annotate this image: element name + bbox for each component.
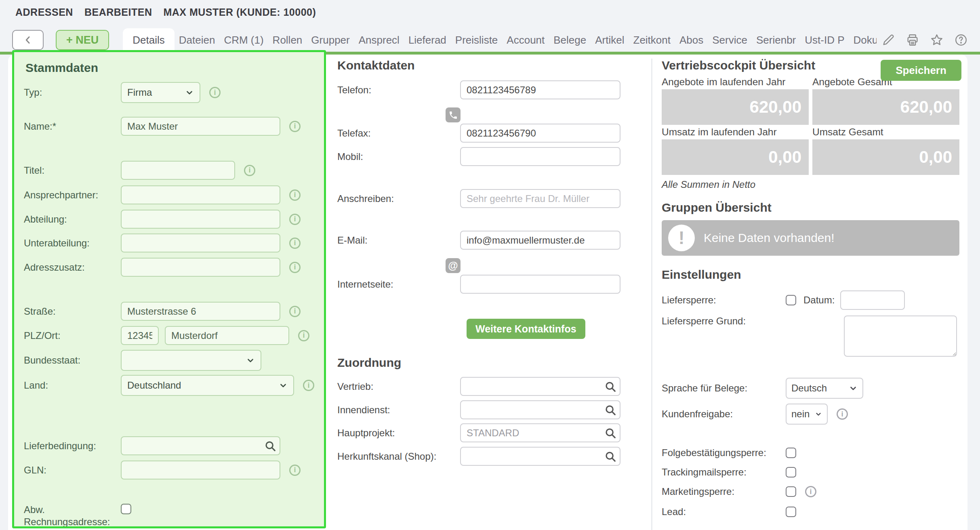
- tab-serienbrief[interactable]: Serienbr: [752, 28, 800, 52]
- search-icon[interactable]: [264, 440, 276, 452]
- stat-label: Angebote im laufenden Jahr: [662, 76, 809, 89]
- tab-ustid[interactable]: Ust-ID P: [800, 28, 849, 52]
- email-input[interactable]: [460, 231, 620, 250]
- search-icon[interactable]: [604, 404, 616, 416]
- tab-ansprechpartner[interactable]: Ansprecl: [354, 28, 404, 52]
- anschreiben-input[interactable]: [460, 189, 620, 208]
- tab-abos[interactable]: Abos: [675, 28, 708, 52]
- lieferbedingung-input[interactable]: [121, 436, 280, 455]
- info-icon[interactable]: i: [244, 165, 255, 176]
- land-label: Land:: [24, 379, 121, 391]
- breadcrumb-adressen[interactable]: ADRESSEN: [15, 6, 73, 18]
- vertriebscockpit-column: Speichern Vertriebscockpit Übersicht Ang…: [662, 55, 963, 517]
- info-icon[interactable]: i: [289, 238, 301, 249]
- lead-checkbox[interactable]: [786, 507, 796, 517]
- info-icon[interactable]: i: [209, 87, 221, 98]
- telefon-label: Telefon:: [337, 84, 460, 96]
- tab-artikel[interactable]: Artikel: [591, 28, 629, 52]
- info-icon[interactable]: i: [289, 306, 301, 317]
- sprache-select[interactable]: Deutsch: [786, 378, 863, 399]
- tab-gruppen[interactable]: Grupper: [307, 28, 354, 52]
- titel-input[interactable]: [121, 161, 235, 180]
- innendienst-label: Innendienst:: [337, 404, 460, 416]
- search-icon[interactable]: [604, 450, 616, 463]
- stammdaten-panel: Stammdaten Typ: Firma i Name:* i Titel: …: [12, 50, 326, 528]
- gln-input[interactable]: [121, 461, 280, 480]
- tab-crm[interactable]: CRM (1): [219, 28, 268, 52]
- lieferbedingung-label: Lieferbedingung:: [24, 440, 121, 452]
- stammdaten-title: Stammdaten: [25, 61, 314, 75]
- sales-stats: Angebote im laufenden Jahr Angebote Gesa…: [662, 76, 963, 175]
- trackingmailsperre-checkbox[interactable]: [786, 467, 796, 477]
- tab-account[interactable]: Account: [502, 28, 549, 52]
- ansprechpartner-input[interactable]: [121, 185, 280, 204]
- datum-input[interactable]: [840, 290, 905, 310]
- typ-label: Typ:: [24, 86, 121, 99]
- search-icon[interactable]: [604, 381, 616, 393]
- toolbar: + NEU Details Dateien CRM (1) Rollen Gru…: [12, 28, 968, 52]
- tab-details[interactable]: Details: [123, 28, 174, 52]
- herkunftskanal-input[interactable]: [460, 447, 620, 466]
- save-button[interactable]: Speichern: [881, 60, 961, 81]
- vertrieb-input[interactable]: [460, 377, 620, 396]
- plz-input[interactable]: [121, 326, 159, 345]
- info-icon[interactable]: i: [289, 214, 301, 225]
- help-icon[interactable]: [954, 33, 968, 47]
- strasse-label: Straße:: [24, 305, 121, 318]
- tab-lieferadressen[interactable]: Lieferad: [404, 28, 451, 52]
- printer-icon[interactable]: [906, 33, 919, 47]
- telefax-input[interactable]: [460, 124, 620, 143]
- phone-icon[interactable]: [446, 107, 461, 122]
- edit-pencil-icon[interactable]: [881, 33, 895, 47]
- new-button[interactable]: + NEU: [56, 30, 109, 50]
- titel-label: Titel:: [24, 164, 121, 177]
- star-icon[interactable]: [930, 33, 944, 47]
- info-icon[interactable]: i: [289, 189, 301, 201]
- tab-dokumente[interactable]: Dokume: [849, 28, 877, 52]
- at-sign-icon[interactable]: @: [446, 258, 461, 273]
- search-icon[interactable]: [604, 427, 616, 439]
- info-icon[interactable]: i: [303, 380, 314, 391]
- tab-belege[interactable]: Belege: [549, 28, 591, 52]
- land-select[interactable]: Deutschland: [121, 375, 294, 396]
- info-icon[interactable]: i: [805, 486, 816, 497]
- info-icon[interactable]: i: [837, 408, 848, 420]
- unterabteilung-input[interactable]: [121, 233, 280, 252]
- info-icon[interactable]: i: [289, 465, 301, 476]
- weitere-kontaktinfos-button[interactable]: Weitere Kontaktinfos: [467, 319, 585, 339]
- unterabteilung-label: Unterabteilung:: [24, 237, 121, 249]
- liefersperre-checkbox[interactable]: [786, 295, 796, 305]
- tab-rollen[interactable]: Rollen: [268, 28, 307, 52]
- sprache-select-value: Deutsch: [791, 383, 827, 394]
- info-icon[interactable]: i: [289, 121, 301, 132]
- mobil-input[interactable]: [460, 147, 620, 166]
- phone-glyph: [448, 110, 458, 120]
- name-input[interactable]: [121, 117, 280, 136]
- marketingsperre-checkbox[interactable]: [786, 486, 796, 497]
- tab-dateien[interactable]: Dateien: [175, 28, 220, 52]
- hauptprojekt-label: Hauptprojekt:: [337, 427, 460, 439]
- abw-rechnungsadresse-checkbox[interactable]: [121, 504, 131, 514]
- hauptprojekt-input[interactable]: [460, 423, 620, 442]
- stat-label: Umsatz im laufenden Jahr: [662, 126, 809, 139]
- bundesstaat-select[interactable]: [121, 350, 261, 371]
- typ-select[interactable]: Firma: [121, 82, 200, 103]
- innendienst-input[interactable]: [460, 400, 620, 419]
- liefersperre-grund-textarea[interactable]: [844, 315, 957, 357]
- anschreiben-label: Anschreiben:: [337, 193, 460, 204]
- telefon-input[interactable]: [460, 80, 620, 99]
- tab-service[interactable]: Service: [708, 28, 752, 52]
- abteilung-input[interactable]: [121, 210, 280, 229]
- tab-zeitkonto[interactable]: Zeitkont: [629, 28, 675, 52]
- vertrieb-label: Vertrieb:: [337, 381, 460, 392]
- info-icon[interactable]: i: [289, 262, 301, 273]
- strasse-input[interactable]: [121, 302, 280, 321]
- folgebestaetigungsperre-checkbox[interactable]: [786, 448, 796, 458]
- back-button[interactable]: [12, 30, 44, 50]
- kundenfreigabe-select[interactable]: nein: [786, 404, 828, 425]
- internetseite-input[interactable]: [460, 275, 620, 294]
- ort-input[interactable]: [165, 326, 289, 345]
- info-icon[interactable]: i: [298, 330, 309, 341]
- adresszusatz-input[interactable]: [121, 258, 280, 277]
- tab-preislisten[interactable]: Preisliste: [451, 28, 502, 52]
